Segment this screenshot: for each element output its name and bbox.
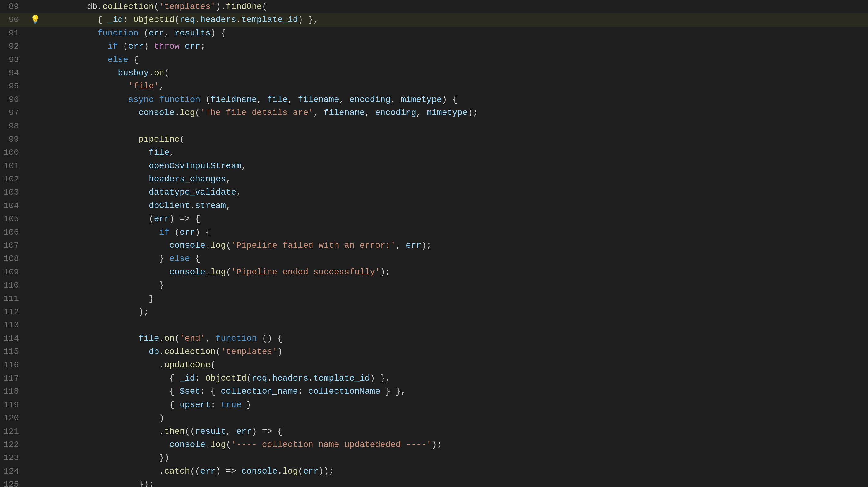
code-line-101: 101 openCsvInputStream, bbox=[0, 159, 868, 172]
line-content-116: .updateOne( bbox=[43, 359, 868, 372]
line-number-94: 94 bbox=[0, 66, 28, 79]
line-content-91: function (err, results) { bbox=[43, 27, 868, 40]
line-number-113: 113 bbox=[0, 319, 28, 332]
line-content-114: file.on('end', function () { bbox=[43, 332, 868, 345]
line-content-108: } else { bbox=[43, 252, 868, 265]
line-number-91: 91 bbox=[0, 27, 28, 40]
line-number-118: 118 bbox=[0, 385, 28, 398]
line-number-90: 90 bbox=[0, 13, 28, 26]
code-line-110: 110 } bbox=[0, 279, 868, 292]
code-line-117: 117 { _id: ObjectId(req.headers.template… bbox=[0, 372, 868, 385]
line-content-115: db.collection('templates') bbox=[43, 345, 868, 358]
code-line-93: 93 else { bbox=[0, 53, 868, 66]
code-line-121: 121 .then((result, err) => { bbox=[0, 425, 868, 438]
code-line-122: 122 console.log('---- collection name up… bbox=[0, 438, 868, 451]
code-line-90: 90 💡 { _id: ObjectId(req.headers.templat… bbox=[0, 13, 868, 26]
line-content-105: (err) => { bbox=[43, 212, 868, 225]
line-content-118: { $set: { collection_name: collectionNam… bbox=[43, 385, 868, 398]
line-number-103: 103 bbox=[0, 186, 28, 199]
line-content-123: }) bbox=[43, 451, 868, 464]
code-line-99: 99 pipeline( bbox=[0, 133, 868, 146]
line-number-92: 92 bbox=[0, 40, 28, 53]
code-line-118: 118 { $set: { collection_name: collectio… bbox=[0, 385, 868, 398]
code-line-123: 123 }) bbox=[0, 451, 868, 464]
code-line-104: 104 dbClient.stream, bbox=[0, 199, 868, 212]
line-number-105: 105 bbox=[0, 212, 28, 225]
code-line-96: 96 async function (fieldname, file, file… bbox=[0, 93, 868, 106]
line-content-111: } bbox=[43, 292, 868, 305]
line-number-120: 120 bbox=[0, 412, 28, 425]
code-line-109: 109 console.log('Pipeline ended successf… bbox=[0, 265, 868, 279]
line-number-95: 95 bbox=[0, 79, 28, 93]
code-line-124: 124 .catch((err) => console.log(err)); bbox=[0, 465, 868, 478]
code-line-108: 108 } else { bbox=[0, 252, 868, 265]
line-number-116: 116 bbox=[0, 359, 28, 372]
line-number-89: 89 bbox=[0, 0, 28, 13]
code-line-100: 100 file, bbox=[0, 146, 868, 159]
line-content-121: .then((result, err) => { bbox=[43, 425, 868, 438]
bulb-icon: 💡 bbox=[30, 14, 40, 26]
line-content-101: openCsvInputStream, bbox=[43, 159, 868, 172]
line-number-109: 109 bbox=[0, 265, 28, 279]
line-number-99: 99 bbox=[0, 133, 28, 146]
line-content-94: busboy.on( bbox=[43, 66, 868, 79]
line-number-102: 102 bbox=[0, 172, 28, 186]
code-line-94: 94 busboy.on( bbox=[0, 66, 868, 79]
line-content-96: async function (fieldname, file, filenam… bbox=[43, 93, 868, 106]
line-number-106: 106 bbox=[0, 226, 28, 239]
line-number-100: 100 bbox=[0, 146, 28, 159]
line-content-90: { _id: ObjectId(req.headers.template_id)… bbox=[43, 13, 868, 26]
line-content-106: if (err) { bbox=[43, 226, 868, 239]
line-number-117: 117 bbox=[0, 372, 28, 385]
line-content-119: { upsert: true } bbox=[43, 398, 868, 412]
line-content-99: pipeline( bbox=[43, 133, 868, 146]
code-line-106: 106 if (err) { bbox=[0, 226, 868, 239]
line-number-114: 114 bbox=[0, 332, 28, 345]
code-line-125: 125 }); bbox=[0, 478, 868, 487]
line-content-120: ) bbox=[43, 412, 868, 425]
line-content-125: }); bbox=[43, 478, 868, 487]
code-line-119: 119 { upsert: true } bbox=[0, 398, 868, 412]
code-line-114: 114 file.on('end', function () { bbox=[0, 332, 868, 345]
gutter-90: 💡 bbox=[28, 14, 43, 26]
code-editor: 89 db.collection('templates').findOne( 9… bbox=[0, 0, 868, 487]
line-number-111: 111 bbox=[0, 292, 28, 305]
code-line-115: 115 db.collection('templates') bbox=[0, 345, 868, 358]
code-line-92: 92 if (err) throw err; bbox=[0, 40, 868, 53]
line-content-100: file, bbox=[43, 146, 868, 159]
line-number-121: 121 bbox=[0, 425, 28, 438]
code-line-97: 97 console.log('The file details are', f… bbox=[0, 106, 868, 119]
code-line-116: 116 .updateOne( bbox=[0, 359, 868, 372]
code-line-112: 112 ); bbox=[0, 305, 868, 319]
line-number-110: 110 bbox=[0, 279, 28, 292]
line-number-112: 112 bbox=[0, 305, 28, 319]
line-content-95: 'file', bbox=[43, 79, 868, 93]
code-line-103: 103 datatype_validate, bbox=[0, 186, 868, 199]
line-content-103: datatype_validate, bbox=[43, 186, 868, 199]
line-number-107: 107 bbox=[0, 239, 28, 252]
line-number-96: 96 bbox=[0, 93, 28, 106]
line-content-124: .catch((err) => console.log(err)); bbox=[43, 465, 868, 478]
code-line-89: 89 db.collection('templates').findOne( bbox=[0, 0, 868, 13]
code-line-107: 107 console.log('Pipeline failed with an… bbox=[0, 239, 868, 252]
line-number-123: 123 bbox=[0, 451, 28, 464]
line-content-92: if (err) throw err; bbox=[43, 40, 868, 53]
line-number-104: 104 bbox=[0, 199, 28, 212]
line-number-98: 98 bbox=[0, 120, 28, 133]
line-content-93: else { bbox=[43, 53, 868, 66]
code-line-113: 113 bbox=[0, 319, 868, 332]
line-content-109: console.log('Pipeline ended successfully… bbox=[43, 265, 868, 279]
line-content-117: { _id: ObjectId(req.headers.template_id)… bbox=[43, 372, 868, 385]
line-number-125: 125 bbox=[0, 478, 28, 487]
line-number-119: 119 bbox=[0, 398, 28, 412]
line-number-97: 97 bbox=[0, 106, 28, 119]
line-content-104: dbClient.stream, bbox=[43, 199, 868, 212]
line-content-110: } bbox=[43, 279, 868, 292]
code-line-105: 105 (err) => { bbox=[0, 212, 868, 225]
line-number-124: 124 bbox=[0, 465, 28, 478]
line-content-107: console.log('Pipeline failed with an err… bbox=[43, 239, 868, 252]
code-line-91: 91 function (err, results) { bbox=[0, 27, 868, 40]
code-line-98: 98 bbox=[0, 120, 868, 133]
line-content-89: db.collection('templates').findOne( bbox=[43, 0, 868, 13]
code-line-120: 120 ) bbox=[0, 412, 868, 425]
